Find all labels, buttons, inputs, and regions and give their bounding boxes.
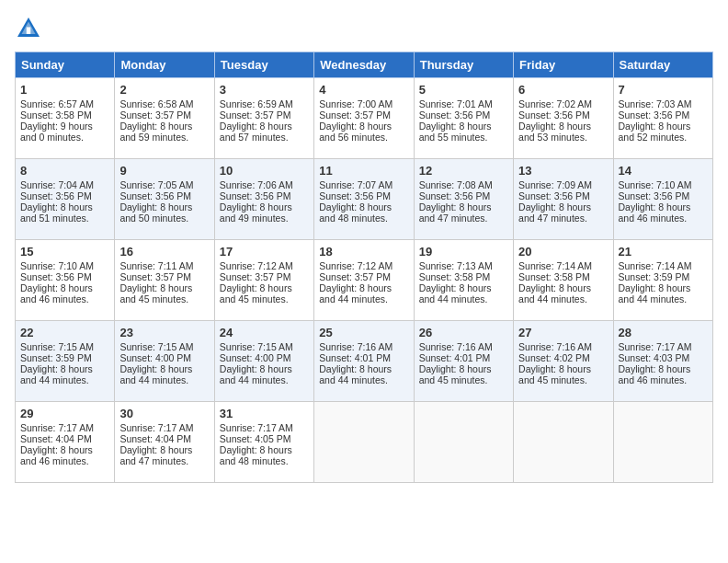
day-number: 3 bbox=[220, 83, 309, 97]
calendar-cell: 15Sunrise: 7:10 AMSunset: 3:56 PMDayligh… bbox=[16, 240, 115, 321]
calendar-cell: 23Sunrise: 7:15 AMSunset: 4:00 PMDayligh… bbox=[115, 321, 214, 402]
sunset-text: Sunset: 4:04 PM bbox=[20, 433, 109, 444]
daylight-text: Daylight: 8 hours and 46 minutes. bbox=[20, 444, 109, 466]
sunset-text: Sunset: 3:56 PM bbox=[20, 271, 109, 282]
calendar-cell: 7Sunrise: 7:03 AMSunset: 3:56 PMDaylight… bbox=[613, 78, 712, 159]
day-number: 17 bbox=[220, 245, 309, 259]
sunrise-text: Sunrise: 7:13 AM bbox=[419, 260, 508, 271]
calendar-cell bbox=[613, 402, 712, 483]
day-number: 29 bbox=[20, 407, 109, 420]
day-number: 2 bbox=[119, 83, 209, 97]
sunrise-text: Sunrise: 7:12 AM bbox=[220, 260, 309, 271]
col-header-friday: Friday bbox=[514, 52, 613, 78]
day-number: 22 bbox=[20, 326, 109, 339]
sunset-text: Sunset: 3:57 PM bbox=[119, 109, 209, 121]
sunrise-text: Sunrise: 7:11 AM bbox=[119, 260, 209, 271]
calendar-cell: 17Sunrise: 7:12 AMSunset: 3:57 PMDayligh… bbox=[214, 240, 313, 321]
sunset-text: Sunset: 3:56 PM bbox=[419, 190, 508, 201]
sunset-text: Sunset: 3:59 PM bbox=[20, 352, 109, 363]
daylight-text: Daylight: 8 hours and 44 minutes. bbox=[319, 282, 408, 304]
calendar-cell: 6Sunrise: 7:02 AMSunset: 3:56 PMDaylight… bbox=[514, 78, 613, 159]
calendar-week-row: 8Sunrise: 7:04 AMSunset: 3:56 PMDaylight… bbox=[16, 159, 713, 240]
calendar-cell: 1Sunrise: 6:57 AMSunset: 3:58 PMDaylight… bbox=[16, 78, 115, 159]
daylight-text: Daylight: 8 hours and 47 minutes. bbox=[119, 444, 209, 466]
day-number: 4 bbox=[319, 83, 408, 97]
sunrise-text: Sunrise: 7:15 AM bbox=[220, 341, 309, 352]
sunset-text: Sunset: 3:57 PM bbox=[220, 109, 309, 121]
day-number: 7 bbox=[619, 83, 708, 97]
daylight-text: Daylight: 8 hours and 53 minutes. bbox=[518, 121, 608, 143]
sunset-text: Sunset: 3:56 PM bbox=[619, 109, 708, 121]
day-number: 27 bbox=[518, 326, 608, 339]
calendar-cell: 2Sunrise: 6:58 AMSunset: 3:57 PMDaylight… bbox=[115, 78, 214, 159]
calendar-header-row: SundayMondayTuesdayWednesdayThursdayFrid… bbox=[16, 52, 713, 78]
page-header bbox=[15, 15, 713, 42]
sunset-text: Sunset: 3:56 PM bbox=[518, 109, 608, 121]
calendar-cell: 13Sunrise: 7:09 AMSunset: 3:56 PMDayligh… bbox=[514, 159, 613, 240]
sunset-text: Sunset: 3:57 PM bbox=[119, 271, 209, 282]
calendar-week-row: 29Sunrise: 7:17 AMSunset: 4:04 PMDayligh… bbox=[16, 402, 713, 483]
col-header-thursday: Thursday bbox=[414, 52, 513, 78]
sunrise-text: Sunrise: 7:04 AM bbox=[20, 179, 109, 190]
daylight-text: Daylight: 8 hours and 46 minutes. bbox=[619, 201, 708, 224]
calendar-cell: 11Sunrise: 7:07 AMSunset: 3:56 PMDayligh… bbox=[314, 159, 414, 240]
calendar-cell: 30Sunrise: 7:17 AMSunset: 4:04 PMDayligh… bbox=[115, 402, 214, 483]
col-header-tuesday: Tuesday bbox=[214, 52, 313, 78]
sunrise-text: Sunrise: 7:17 AM bbox=[20, 422, 109, 433]
daylight-text: Daylight: 8 hours and 52 minutes. bbox=[619, 121, 708, 143]
day-number: 18 bbox=[319, 245, 408, 259]
calendar-cell: 10Sunrise: 7:06 AMSunset: 3:56 PMDayligh… bbox=[214, 159, 313, 240]
calendar-week-row: 1Sunrise: 6:57 AMSunset: 3:58 PMDaylight… bbox=[16, 78, 713, 159]
day-number: 1 bbox=[20, 83, 109, 97]
sunset-text: Sunset: 4:03 PM bbox=[619, 352, 708, 363]
sunrise-text: Sunrise: 6:58 AM bbox=[119, 98, 209, 109]
calendar-cell: 20Sunrise: 7:14 AMSunset: 3:58 PMDayligh… bbox=[514, 240, 613, 321]
day-number: 10 bbox=[220, 164, 309, 178]
day-number: 26 bbox=[419, 326, 508, 339]
daylight-text: Daylight: 8 hours and 47 minutes. bbox=[518, 201, 608, 224]
sunset-text: Sunset: 4:05 PM bbox=[220, 433, 309, 444]
sunrise-text: Sunrise: 7:15 AM bbox=[119, 341, 209, 352]
sunrise-text: Sunrise: 7:10 AM bbox=[20, 260, 109, 271]
daylight-text: Daylight: 8 hours and 45 minutes. bbox=[119, 282, 209, 304]
sunrise-text: Sunrise: 7:16 AM bbox=[518, 341, 608, 352]
calendar-cell: 21Sunrise: 7:14 AMSunset: 3:59 PMDayligh… bbox=[613, 240, 712, 321]
calendar-cell: 8Sunrise: 7:04 AMSunset: 3:56 PMDaylight… bbox=[16, 159, 115, 240]
sunrise-text: Sunrise: 7:02 AM bbox=[518, 98, 608, 109]
sunset-text: Sunset: 3:56 PM bbox=[419, 109, 508, 121]
daylight-text: Daylight: 9 hours and 0 minutes. bbox=[20, 121, 109, 143]
sunset-text: Sunset: 3:57 PM bbox=[319, 271, 408, 282]
col-header-wednesday: Wednesday bbox=[314, 52, 414, 78]
col-header-saturday: Saturday bbox=[613, 52, 712, 78]
calendar-cell: 26Sunrise: 7:16 AMSunset: 4:01 PMDayligh… bbox=[414, 321, 513, 402]
calendar-cell bbox=[514, 402, 613, 483]
sunset-text: Sunset: 4:01 PM bbox=[419, 352, 508, 363]
daylight-text: Daylight: 8 hours and 50 minutes. bbox=[119, 201, 209, 224]
day-number: 21 bbox=[619, 245, 708, 259]
daylight-text: Daylight: 8 hours and 48 minutes. bbox=[220, 444, 309, 466]
sunset-text: Sunset: 3:58 PM bbox=[20, 109, 109, 121]
day-number: 6 bbox=[518, 83, 608, 97]
calendar-cell: 27Sunrise: 7:16 AMSunset: 4:02 PMDayligh… bbox=[514, 321, 613, 402]
col-header-sunday: Sunday bbox=[16, 52, 115, 78]
sunset-text: Sunset: 4:00 PM bbox=[119, 352, 209, 363]
daylight-text: Daylight: 8 hours and 44 minutes. bbox=[119, 363, 209, 385]
sunrise-text: Sunrise: 7:08 AM bbox=[419, 179, 508, 190]
sunrise-text: Sunrise: 7:17 AM bbox=[119, 422, 209, 433]
calendar-cell: 5Sunrise: 7:01 AMSunset: 3:56 PMDaylight… bbox=[414, 78, 513, 159]
day-number: 31 bbox=[220, 407, 309, 420]
sunset-text: Sunset: 3:56 PM bbox=[319, 190, 408, 201]
svg-rect-2 bbox=[27, 28, 31, 35]
day-number: 19 bbox=[419, 245, 508, 259]
daylight-text: Daylight: 8 hours and 45 minutes. bbox=[419, 363, 508, 385]
daylight-text: Daylight: 8 hours and 44 minutes. bbox=[20, 363, 109, 385]
day-number: 14 bbox=[619, 164, 708, 178]
calendar-cell: 14Sunrise: 7:10 AMSunset: 3:56 PMDayligh… bbox=[613, 159, 712, 240]
calendar-cell: 25Sunrise: 7:16 AMSunset: 4:01 PMDayligh… bbox=[314, 321, 414, 402]
daylight-text: Daylight: 8 hours and 44 minutes. bbox=[619, 282, 708, 304]
sunset-text: Sunset: 3:57 PM bbox=[319, 109, 408, 121]
day-number: 12 bbox=[419, 164, 508, 178]
sunrise-text: Sunrise: 7:07 AM bbox=[319, 179, 408, 190]
daylight-text: Daylight: 8 hours and 59 minutes. bbox=[119, 121, 209, 143]
daylight-text: Daylight: 8 hours and 49 minutes. bbox=[220, 201, 309, 224]
